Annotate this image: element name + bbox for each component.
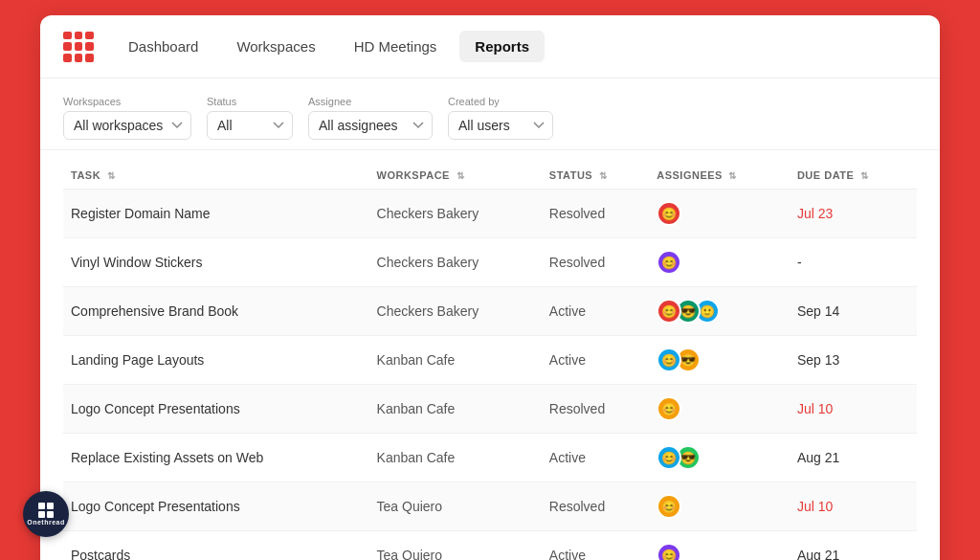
table-row: PostcardsTea QuieroActive😊Aug 21	[63, 531, 917, 561]
table-row: Logo Concept PresentationsTea QuieroReso…	[63, 482, 917, 531]
filter-workspaces: Workspaces All workspaces	[63, 96, 191, 140]
cell-status: Resolved	[542, 238, 649, 287]
table-body: Register Domain NameCheckers BakeryResol…	[63, 190, 917, 561]
cell-workspace: Checkers Bakery	[369, 190, 542, 238]
brand-logo-icon	[38, 503, 54, 518]
table-row: Comprehensive Brand BookCheckers BakeryA…	[63, 287, 917, 336]
col-due-date[interactable]: DUE DATE ⇅	[790, 158, 917, 190]
brand-name: Onethread	[27, 519, 65, 526]
cell-due-date: Jul 10	[790, 385, 917, 434]
main-card: Dashboard Workspaces HD Meetings Reports…	[40, 15, 940, 560]
task-table: TASK ⇅ WORKSPACE ⇅ STATUS ⇅ ASSIGNEES ⇅	[63, 158, 917, 560]
cell-workspace: Kanban Cafe	[369, 434, 542, 482]
nav-item-hd-meetings[interactable]: HD Meetings	[339, 31, 453, 62]
cell-status: Resolved	[542, 190, 649, 238]
cell-status: Active	[542, 434, 649, 482]
cell-assignees: 😊😎	[649, 434, 790, 482]
cell-assignees: 😊😎🙂	[649, 287, 790, 336]
nav-item-reports[interactable]: Reports	[459, 31, 545, 62]
sort-due-date-icon[interactable]: ⇅	[860, 170, 869, 181]
cell-status: Resolved	[542, 482, 649, 531]
cell-task: Logo Concept Presentations	[63, 385, 369, 434]
cell-workspace: Tea Quiero	[369, 531, 542, 561]
col-assignees[interactable]: ASSIGNEES ⇅	[649, 158, 790, 190]
cell-task: Comprehensive Brand Book	[63, 287, 369, 336]
cell-due-date: Aug 21	[790, 434, 917, 482]
cell-task: Vinyl Window Stickers	[63, 238, 369, 287]
cell-task: Replace Existing Assets on Web	[63, 434, 369, 482]
cell-task: Landing Page Layouts	[63, 336, 369, 385]
filter-workspaces-select[interactable]: All workspaces	[63, 111, 191, 140]
filter-status: Status All	[207, 96, 293, 140]
task-table-wrapper: TASK ⇅ WORKSPACE ⇅ STATUS ⇅ ASSIGNEES ⇅	[40, 158, 940, 560]
cell-assignees: 😊	[649, 238, 790, 287]
cell-status: Resolved	[542, 385, 649, 434]
nav-item-dashboard[interactable]: Dashboard	[113, 31, 213, 62]
cell-task: Postcards	[63, 531, 369, 561]
cell-assignees: 😊	[649, 482, 790, 531]
cell-due-date: Aug 21	[790, 531, 917, 561]
cell-due-date: Sep 14	[790, 287, 917, 336]
cell-task: Logo Concept Presentations	[63, 482, 369, 531]
cell-workspace: Checkers Bakery	[369, 238, 542, 287]
col-workspace[interactable]: WORKSPACE ⇅	[369, 158, 542, 190]
filter-created-by-select[interactable]: All users	[448, 111, 553, 140]
table-row: Register Domain NameCheckers BakeryResol…	[63, 190, 917, 238]
cell-workspace: Kanban Cafe	[369, 336, 542, 385]
app-logo	[63, 32, 94, 62]
filter-status-select[interactable]: All	[207, 111, 293, 140]
filter-status-label: Status	[207, 96, 293, 107]
cell-workspace: Kanban Cafe	[369, 385, 542, 434]
filter-assignee-label: Assignee	[308, 96, 433, 107]
sort-assignees-icon[interactable]: ⇅	[728, 170, 737, 181]
cell-due-date: -	[790, 238, 917, 287]
col-task[interactable]: TASK ⇅	[63, 158, 369, 190]
filter-created-by: Created by All users	[448, 96, 553, 140]
table-row: Replace Existing Assets on WebKanban Caf…	[63, 434, 917, 482]
table-row: Vinyl Window StickersCheckers BakeryReso…	[63, 238, 917, 287]
sort-task-icon[interactable]: ⇅	[107, 170, 116, 181]
table-header-row: TASK ⇅ WORKSPACE ⇅ STATUS ⇅ ASSIGNEES ⇅	[63, 158, 917, 190]
col-status[interactable]: STATUS ⇅	[542, 158, 649, 190]
filter-created-by-label: Created by	[448, 96, 553, 107]
filters-bar: Workspaces All workspaces Status All Ass…	[40, 78, 940, 150]
sort-status-icon[interactable]: ⇅	[599, 170, 608, 181]
sort-workspace-icon[interactable]: ⇅	[457, 170, 465, 181]
cell-workspace: Tea Quiero	[369, 482, 542, 531]
cell-due-date: Jul 23	[790, 190, 917, 238]
cell-assignees: 😊	[649, 385, 790, 434]
cell-workspace: Checkers Bakery	[369, 287, 542, 336]
cell-due-date: Jul 10	[790, 482, 917, 531]
filter-assignee: Assignee All assignees	[308, 96, 433, 140]
filter-assignee-select[interactable]: All assignees	[308, 111, 433, 140]
filter-workspaces-label: Workspaces	[63, 96, 191, 107]
cell-due-date: Sep 13	[790, 336, 917, 385]
cell-task: Register Domain Name	[63, 190, 369, 238]
top-nav: Dashboard Workspaces HD Meetings Reports	[40, 15, 940, 78]
brand-logo: Onethread	[23, 491, 69, 537]
cell-assignees: 😊😎	[649, 336, 790, 385]
table-row: Landing Page LayoutsKanban CafeActive😊😎S…	[63, 336, 917, 385]
cell-status: Active	[542, 336, 649, 385]
table-row: Logo Concept PresentationsKanban CafeRes…	[63, 385, 917, 434]
cell-status: Active	[542, 531, 649, 561]
cell-status: Active	[542, 287, 649, 336]
cell-assignees: 😊	[649, 531, 790, 561]
nav-item-workspaces[interactable]: Workspaces	[221, 31, 330, 62]
cell-assignees: 😊	[649, 190, 790, 238]
